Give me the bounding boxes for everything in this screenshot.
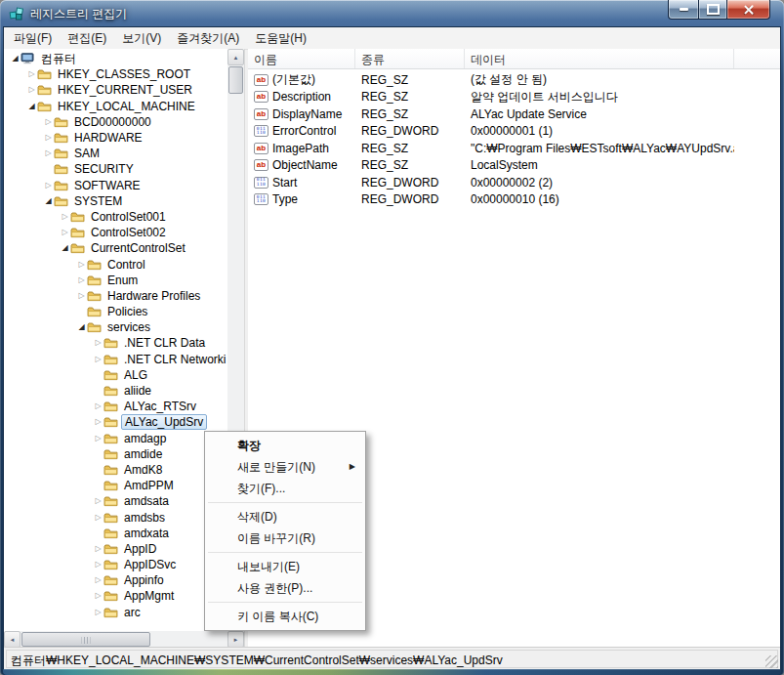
tree-collapsed-icon[interactable]: ▷ (93, 591, 103, 601)
tree-item[interactable]: ▷ControlSet002 (4, 225, 227, 240)
tree-item[interactable]: ▷HKEY_CLASSES_ROOT (4, 66, 227, 82)
tree-item[interactable]: ◢HKEY_LOCAL_MACHINE (4, 99, 227, 114)
tree-collapsed-icon[interactable]: ▷ (93, 496, 103, 506)
value-row[interactable]: 011110StartREG_DWORD0x00000002 (2) (248, 174, 780, 191)
context-menu-item[interactable]: 이름 바꾸기(R) (206, 527, 364, 549)
tree-collapsed-icon[interactable]: ▷ (76, 275, 87, 285)
tree-item[interactable]: ▷ALYac_UpdSrv (4, 414, 227, 430)
tree-collapsed-icon[interactable]: ▷ (43, 133, 54, 143)
tree-item[interactable]: ◢컴퓨터 (4, 51, 227, 66)
tree-item[interactable]: ▷HARDWARE (4, 130, 227, 146)
context-menu-item[interactable]: 확장 (206, 435, 364, 456)
tree-collapsed-icon[interactable]: ▷ (93, 560, 103, 570)
tree-expanded-icon[interactable]: ◢ (43, 196, 54, 206)
tree-collapsed-icon[interactable]: ▷ (93, 338, 103, 348)
tree-item[interactable]: AmdPPM (4, 478, 227, 493)
tree-item[interactable]: ▷amdagp (4, 431, 227, 446)
value-row[interactable]: 011110TypeREG_DWORD0x00000010 (16) (248, 191, 780, 209)
scroll-right-button[interactable]: ► (227, 631, 244, 648)
menu-item-label: 사용 권한(P)... (237, 581, 312, 595)
value-row[interactable]: abImagePathREG_SZ"C:₩Program Files₩ESTso… (248, 140, 780, 157)
tree-collapsed-icon[interactable]: ▷ (43, 148, 54, 158)
column-header-2[interactable]: 데이터 (465, 49, 734, 68)
scroll-left-button[interactable]: ◄ (4, 631, 21, 648)
tree-collapsed-icon[interactable]: ▷ (93, 417, 103, 427)
tree-collapsed-icon[interactable]: ▷ (60, 212, 70, 222)
tree-item[interactable]: ▷ALYac_RTSrv (4, 399, 227, 414)
tree-expanded-icon[interactable]: ◢ (60, 243, 70, 253)
tree-item[interactable]: ▷amdsbs (4, 509, 227, 525)
vertical-scroll-thumb[interactable] (228, 66, 243, 94)
value-row[interactable]: abDescriptionREG_SZ알약 업데이트 서비스입니다 (248, 89, 780, 106)
tree-item[interactable]: ◢services (4, 319, 227, 335)
menubar-item-0[interactable]: 파일(F) (6, 27, 60, 50)
minimize-button[interactable] (668, 0, 699, 20)
menubar-item-1[interactable]: 편집(E) (60, 27, 114, 50)
tree-item[interactable]: ▷ControlSet001 (4, 209, 227, 225)
value-row[interactable]: abDisplayNameREG_SZALYac Update Service (248, 105, 780, 123)
maximize-button[interactable] (699, 0, 726, 20)
scroll-up-button[interactable]: ▲ (227, 49, 244, 65)
tree-item[interactable]: ▷amdsata (4, 493, 227, 509)
tree-collapsed-icon[interactable]: ▷ (93, 434, 103, 443)
tree-item[interactable]: ▷HKEY_CURRENT_USER (4, 82, 227, 98)
context-menu-item[interactable]: 새로 만들기(N)▶ (206, 456, 364, 478)
tree-collapsed-icon[interactable]: ▷ (43, 181, 54, 190)
value-row[interactable]: 011110ErrorControlREG_DWORD0x00000001 (1… (248, 123, 780, 141)
tree-collapsed-icon[interactable]: ▷ (76, 291, 87, 301)
tree-item[interactable]: ▷.NET CLR Data (4, 335, 227, 351)
context-menu-item[interactable]: 키 이름 복사(C) (206, 606, 364, 627)
tree-item[interactable]: amdide (4, 446, 227, 462)
value-row[interactable]: abObjectNameREG_SZLocalSystem (248, 157, 780, 175)
tree-item[interactable]: ◢CurrentControlSet (4, 240, 227, 256)
tree-item[interactable]: ▷arc (4, 605, 227, 620)
tree-item[interactable]: AmdK8 (4, 462, 227, 478)
tree-item[interactable]: Policies (4, 304, 227, 319)
tree-item[interactable]: ▷Control (4, 256, 227, 272)
tree-collapsed-icon[interactable]: ▷ (93, 401, 103, 411)
tree-item[interactable]: ▷AppIDSvc (4, 557, 227, 572)
tree-item[interactable]: ▷SAM (4, 146, 227, 161)
tree-item[interactable]: ▷SOFTWARE (4, 178, 227, 193)
value-row[interactable]: ab(기본값)REG_SZ(값 설정 안 됨) (248, 71, 780, 89)
tree-collapsed-icon[interactable]: ▷ (93, 608, 103, 617)
scroll-thumb-grip (82, 637, 91, 644)
tree-expanded-icon[interactable]: ◢ (76, 322, 87, 332)
tree-item[interactable]: ▷Hardware Profiles (4, 288, 227, 304)
tree-item[interactable]: aliide (4, 383, 227, 399)
tree-item[interactable]: ▷.NET CLR Networki (4, 352, 227, 367)
tree-collapsed-icon[interactable]: ▷ (26, 69, 37, 79)
tree-collapsed-icon[interactable]: ▷ (93, 355, 103, 364)
resize-grip[interactable] (765, 655, 778, 668)
tree-item[interactable]: ◢SYSTEM (4, 193, 227, 209)
tree-collapsed-icon[interactable]: ▷ (43, 117, 54, 127)
tree-collapsed-icon[interactable]: ▷ (60, 228, 70, 237)
horizontal-scroll-thumb[interactable] (21, 632, 150, 647)
tree-item[interactable]: ▷AppMgmt (4, 588, 227, 604)
tree-collapsed-icon[interactable]: ▷ (76, 260, 87, 270)
close-button[interactable] (726, 0, 770, 20)
tree-item[interactable]: ▷Appinfo (4, 572, 227, 588)
column-header-1[interactable]: 종류 (355, 49, 465, 68)
tree-item[interactable]: ▷Enum (4, 273, 227, 288)
tree-item[interactable]: SECURITY (4, 161, 227, 177)
tree-item[interactable]: amdxata (4, 526, 227, 541)
tree-horizontal-scrollbar[interactable]: ◄ ► (4, 631, 244, 648)
tree-collapsed-icon[interactable]: ▷ (26, 85, 37, 95)
tree-expanded-icon[interactable]: ◢ (26, 102, 37, 111)
column-header-0[interactable]: 이름 (248, 49, 355, 68)
context-menu-item[interactable]: 찾기(F)... (206, 478, 364, 499)
context-menu-item[interactable]: 내보내기(E) (206, 556, 364, 577)
menubar-item-4[interactable]: 도움말(H) (247, 27, 314, 50)
tree-item[interactable]: ▷AppID (4, 541, 227, 557)
context-menu-item[interactable]: 삭제(D) (206, 506, 364, 527)
menubar-item-3[interactable]: 즐겨찾기(A) (169, 27, 247, 50)
tree-collapsed-icon[interactable]: ▷ (93, 544, 103, 554)
tree-item[interactable]: ALG (4, 367, 227, 383)
tree-collapsed-icon[interactable]: ▷ (93, 513, 103, 523)
tree-collapsed-icon[interactable]: ▷ (93, 575, 103, 585)
tree-expanded-icon[interactable]: ◢ (10, 54, 21, 63)
context-menu-item[interactable]: 사용 권한(P)... (206, 577, 364, 599)
menubar-item-2[interactable]: 보기(V) (114, 27, 169, 50)
tree-item[interactable]: ▷BCD00000000 (4, 114, 227, 130)
